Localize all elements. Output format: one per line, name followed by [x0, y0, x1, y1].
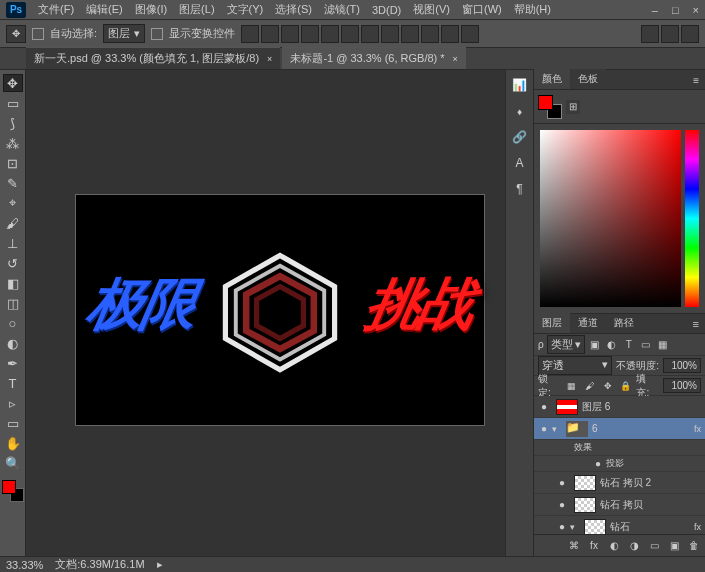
menu-help[interactable]: 帮助(H) — [510, 0, 555, 19]
filter-kind-dropdown[interactable]: 类型▾ — [547, 335, 585, 354]
dodge-tool[interactable]: ◐ — [3, 334, 23, 352]
align-icon[interactable] — [261, 25, 279, 43]
delete-icon[interactable]: 🗑 — [687, 539, 701, 553]
lock-all-icon[interactable]: 🔒 — [619, 379, 633, 393]
layer-name[interactable]: 钻石 拷贝 — [600, 498, 703, 512]
color-field[interactable] — [540, 130, 681, 307]
panel-menu-icon[interactable]: ≡ — [687, 72, 705, 89]
3d-mode-icon[interactable] — [661, 25, 679, 43]
tab-swatches[interactable]: 色板 — [570, 69, 606, 89]
filter-smart-icon[interactable]: ▦ — [656, 338, 670, 352]
zoom-tool[interactable]: 🔍 — [3, 454, 23, 472]
visibility-icon[interactable]: ● — [554, 477, 570, 488]
window-maximize[interactable]: □ — [672, 4, 679, 16]
lock-move-icon[interactable]: ✥ — [601, 379, 615, 393]
links-icon[interactable]: 🔗 — [511, 128, 529, 146]
document-tab[interactable]: 新一天.psd @ 33.3% (颜色填充 1, 图层蒙板/8)× — [26, 47, 280, 69]
3d-mode-icon[interactable] — [641, 25, 659, 43]
align-icon[interactable] — [341, 25, 359, 43]
effect-row[interactable]: ●投影 — [534, 456, 705, 472]
lasso-tool[interactable]: ⟆ — [3, 114, 23, 132]
menu-image[interactable]: 图像(I) — [131, 0, 171, 19]
paragraph-icon[interactable]: ¶ — [511, 180, 529, 198]
document-tab-active[interactable]: 未标题-1 @ 33.3% (6, RGB/8) *× — [282, 47, 465, 69]
visibility-icon[interactable]: ● — [554, 521, 570, 532]
type-tool[interactable]: T — [3, 374, 23, 392]
shape-tool[interactable]: ▭ — [3, 414, 23, 432]
tab-channels[interactable]: 通道 — [570, 313, 606, 333]
layer-group-row[interactable]: ● ▾ 📁 6 fx — [534, 418, 705, 440]
marquee-tool[interactable]: ▭ — [3, 94, 23, 112]
layer-thumbnail[interactable] — [574, 497, 596, 513]
tab-layers[interactable]: 图层 — [534, 313, 570, 333]
fill-input[interactable]: 100% — [663, 378, 701, 393]
align-icon[interactable] — [241, 25, 259, 43]
menu-file[interactable]: 文件(F) — [34, 0, 78, 19]
hue-slider[interactable] — [685, 130, 699, 307]
opacity-input[interactable]: 100% — [663, 358, 701, 373]
dist-icon[interactable] — [461, 25, 479, 43]
stamp-tool[interactable]: ⊥ — [3, 234, 23, 252]
crop-tool[interactable]: ⊡ — [3, 154, 23, 172]
menu-layer[interactable]: 图层(L) — [175, 0, 218, 19]
layer-thumbnail[interactable] — [584, 519, 606, 535]
zoom-level[interactable]: 33.33% — [6, 559, 43, 571]
tab-paths[interactable]: 路径 — [606, 313, 642, 333]
filter-pixel-icon[interactable]: ▣ — [588, 338, 602, 352]
fx-badge[interactable]: fx — [694, 424, 701, 434]
filter-shape-icon[interactable]: ▭ — [639, 338, 653, 352]
menu-select[interactable]: 选择(S) — [271, 0, 316, 19]
tab-color[interactable]: 颜色 — [534, 69, 570, 89]
status-arrow-icon[interactable]: ▸ — [157, 558, 163, 571]
layer-list[interactable]: ● 图层 6 ● ▾ 📁 6 fx 效果 ●投影 ● 钻石 拷贝 2 ● 钻 — [534, 396, 705, 534]
link-layers-icon[interactable]: ⌘ — [567, 539, 581, 553]
color-swatches[interactable] — [2, 480, 24, 502]
brush-tool[interactable]: 🖌 — [3, 214, 23, 232]
filter-adjust-icon[interactable]: ◐ — [605, 338, 619, 352]
visibility-icon[interactable]: ● — [536, 423, 552, 434]
layer-thumbnail[interactable] — [556, 399, 578, 415]
layer-name[interactable]: 钻石 拷贝 2 — [600, 476, 703, 490]
dist-icon[interactable] — [401, 25, 419, 43]
canvas[interactable]: 极限 挑战 — [76, 195, 484, 425]
new-layer-icon[interactable]: ▣ — [667, 539, 681, 553]
layer-thumbnail[interactable] — [574, 475, 596, 491]
adjust-icon[interactable]: ◑ — [627, 539, 641, 553]
align-icon[interactable] — [321, 25, 339, 43]
lock-trans-icon[interactable]: ▦ — [565, 379, 579, 393]
menu-3d[interactable]: 3D(D) — [368, 2, 405, 18]
add-swatch-icon[interactable]: ⊞ — [566, 100, 580, 114]
path-tool[interactable]: ▹ — [3, 394, 23, 412]
layer-row[interactable]: ● ▾ 钻石 fx — [534, 516, 705, 534]
dist-icon[interactable] — [361, 25, 379, 43]
move-tool-icon[interactable]: ✥ — [6, 25, 26, 43]
eraser-tool[interactable]: ◧ — [3, 274, 23, 292]
window-minimize[interactable]: – — [652, 4, 658, 16]
auto-select-dropdown[interactable]: 图层▾ — [103, 24, 145, 43]
foreground-swatch[interactable] — [2, 480, 16, 494]
filter-type-icon[interactable]: T — [622, 338, 636, 352]
history-brush-tool[interactable]: ↺ — [3, 254, 23, 272]
color-picker[interactable] — [534, 124, 705, 314]
dist-icon[interactable] — [441, 25, 459, 43]
tab-close-icon[interactable]: × — [267, 54, 272, 64]
fx-icon[interactable]: fx — [587, 539, 601, 553]
panel-color-swatches[interactable] — [538, 95, 562, 119]
blur-tool[interactable]: ○ — [3, 314, 23, 332]
menu-filter[interactable]: 滤镜(T) — [320, 0, 364, 19]
menu-view[interactable]: 视图(V) — [409, 0, 454, 19]
visibility-icon[interactable]: ● — [536, 401, 552, 412]
character-icon[interactable]: A — [511, 154, 529, 172]
lock-paint-icon[interactable]: 🖌 — [583, 379, 597, 393]
visibility-icon[interactable]: ● — [590, 458, 606, 469]
align-icon[interactable] — [281, 25, 299, 43]
wand-tool[interactable]: ⁂ — [3, 134, 23, 152]
align-icon[interactable] — [301, 25, 319, 43]
layer-name[interactable]: 钻石 — [610, 520, 694, 534]
hand-tool[interactable]: ✋ — [3, 434, 23, 452]
auto-select-checkbox[interactable] — [32, 28, 44, 40]
visibility-icon[interactable]: ● — [554, 499, 570, 510]
dist-icon[interactable] — [421, 25, 439, 43]
layer-name[interactable]: 6 — [592, 423, 694, 434]
window-close[interactable]: × — [693, 4, 699, 16]
